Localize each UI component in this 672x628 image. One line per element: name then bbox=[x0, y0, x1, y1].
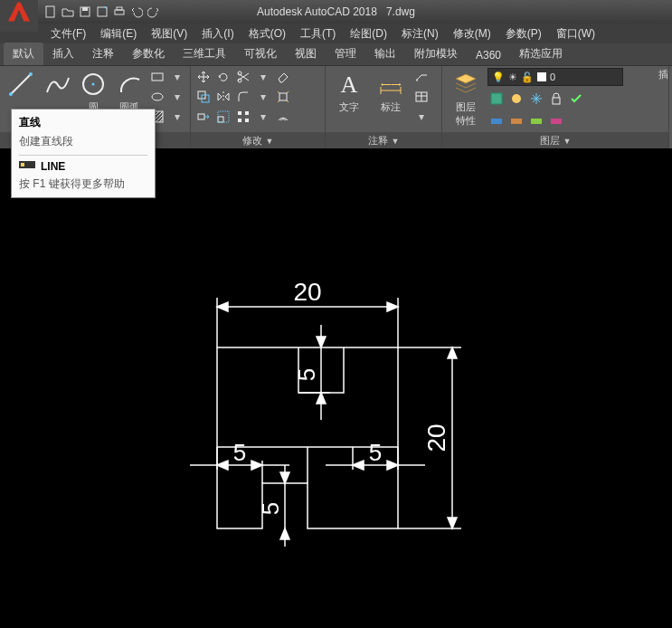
explode-icon[interactable] bbox=[274, 88, 292, 106]
circle-icon bbox=[79, 70, 108, 99]
polyline-button[interactable] bbox=[40, 68, 74, 100]
svg-rect-5 bbox=[117, 7, 122, 10]
menu-format[interactable]: 格式(O) bbox=[241, 24, 293, 44]
dropdown-icon[interactable]: ▾ bbox=[412, 108, 431, 126]
dim-bl: 5 bbox=[233, 439, 246, 466]
svg-text:⟵⟶: ⟵⟶ bbox=[381, 81, 402, 89]
sun-icon: ☀ bbox=[508, 71, 517, 83]
layer-state-icon[interactable] bbox=[487, 90, 506, 108]
menu-insert[interactable]: 插入(I) bbox=[194, 24, 241, 44]
svg-rect-40 bbox=[551, 119, 562, 124]
redo-icon[interactable] bbox=[147, 5, 161, 19]
scale-icon[interactable] bbox=[214, 108, 232, 126]
plot-icon[interactable] bbox=[112, 5, 127, 19]
polyline-icon bbox=[43, 70, 71, 99]
line-icon bbox=[6, 70, 35, 99]
svg-rect-11 bbox=[152, 73, 163, 81]
dropdown-icon[interactable]: ▾ bbox=[254, 88, 272, 106]
tab-addins[interactable]: 附加模块 bbox=[405, 43, 467, 65]
layer-props-button[interactable]: 图层 特性 bbox=[446, 68, 486, 129]
window-title: Autodesk AutoCAD 2018 7.dwg bbox=[257, 5, 415, 18]
text-button[interactable]: A 文字 bbox=[329, 68, 369, 116]
menu-view[interactable]: 视图(V) bbox=[144, 24, 194, 44]
menu-param[interactable]: 参数(P) bbox=[498, 24, 549, 44]
table-icon[interactable] bbox=[412, 88, 431, 106]
dropdown-icon[interactable]: ▾ bbox=[168, 68, 186, 86]
panel-annot-label[interactable]: 注释 ▼ bbox=[326, 132, 441, 149]
fillet-icon[interactable] bbox=[234, 88, 252, 106]
dim-button[interactable]: ⟵⟶ 标注 bbox=[371, 68, 411, 116]
tooltip-help: 按 F1 键获得更多帮助 bbox=[19, 176, 147, 192]
layer-dropdown[interactable]: 💡 ☀ 🔓 0 bbox=[487, 68, 623, 86]
erase-icon[interactable] bbox=[274, 68, 292, 86]
tab-view[interactable]: 视图 bbox=[286, 43, 326, 65]
menu-file[interactable]: 文件(F) bbox=[43, 24, 93, 44]
tab-featured[interactable]: 精选应用 bbox=[510, 43, 572, 65]
new-icon[interactable] bbox=[43, 5, 58, 19]
panel-modify-label[interactable]: 修改 ▼ bbox=[191, 132, 325, 149]
tab-annotate[interactable]: 注释 bbox=[83, 43, 123, 65]
panel-layers-label[interactable]: 图层 ▼ bbox=[442, 132, 668, 149]
tab-visualize[interactable]: 可视化 bbox=[235, 43, 286, 65]
layer-off-icon[interactable] bbox=[507, 90, 525, 108]
panel-layers: 图层 特性 💡 ☀ 🔓 0 bbox=[442, 66, 669, 149]
tab-3d[interactable]: 三维工具 bbox=[174, 43, 235, 65]
rotate-icon[interactable] bbox=[214, 68, 232, 86]
move-icon[interactable] bbox=[194, 68, 213, 86]
save-icon[interactable] bbox=[78, 5, 92, 19]
menu-window[interactable]: 窗口(W) bbox=[549, 24, 602, 44]
tooltip-title: 直线 bbox=[19, 115, 147, 130]
lock-icon: 🔓 bbox=[521, 71, 534, 83]
app-menu-button[interactable] bbox=[0, 0, 38, 32]
svg-rect-18 bbox=[279, 93, 287, 100]
offset-icon[interactable] bbox=[274, 108, 292, 126]
menu-bar: 文件(F) 编辑(E) 视图(V) 插入(I) 格式(O) 工具(T) 绘图(D… bbox=[0, 24, 672, 43]
svg-rect-34 bbox=[491, 93, 502, 104]
menu-draw[interactable]: 绘图(D) bbox=[343, 24, 394, 44]
arc-icon bbox=[115, 70, 144, 99]
copy-icon[interactable] bbox=[194, 88, 213, 106]
tab-output[interactable]: 输出 bbox=[365, 43, 405, 65]
tab-a360[interactable]: A360 bbox=[467, 45, 510, 65]
tab-insert[interactable]: 插入 bbox=[43, 43, 83, 65]
dropdown-icon[interactable]: ▾ bbox=[168, 88, 186, 106]
mirror-icon[interactable] bbox=[214, 88, 232, 106]
svg-rect-0 bbox=[46, 6, 54, 17]
tab-parametric[interactable]: 参数化 bbox=[123, 43, 174, 65]
layers-icon bbox=[451, 70, 480, 99]
layer-iso-icon[interactable] bbox=[527, 111, 545, 129]
array-icon[interactable] bbox=[234, 108, 252, 126]
trim-icon[interactable] bbox=[234, 68, 252, 86]
layer-lock-icon[interactable] bbox=[547, 90, 565, 108]
open-icon[interactable] bbox=[61, 5, 75, 19]
menu-edit[interactable]: 编辑(E) bbox=[93, 24, 144, 44]
svg-rect-38 bbox=[511, 119, 522, 124]
svg-rect-25 bbox=[245, 119, 249, 122]
leader-icon[interactable] bbox=[412, 68, 431, 86]
dropdown-icon[interactable]: ▾ bbox=[254, 68, 272, 86]
ellipse-icon[interactable] bbox=[148, 88, 166, 106]
tab-manage[interactable]: 管理 bbox=[326, 43, 365, 65]
layer-freeze-icon[interactable] bbox=[527, 90, 545, 108]
svg-rect-42 bbox=[21, 163, 24, 167]
make-current-icon[interactable] bbox=[567, 90, 585, 108]
layer-uniso-icon[interactable] bbox=[547, 111, 565, 129]
dropdown-icon[interactable]: ▾ bbox=[254, 108, 272, 126]
line-button[interactable] bbox=[4, 68, 38, 100]
stretch-icon[interactable] bbox=[194, 108, 213, 126]
dropdown-icon[interactable]: ▾ bbox=[168, 108, 186, 126]
layer-prev-icon[interactable] bbox=[507, 111, 525, 129]
svg-rect-23 bbox=[245, 111, 249, 115]
saveas-icon[interactable] bbox=[95, 5, 109, 19]
svg-rect-4 bbox=[115, 10, 124, 14]
menu-dim[interactable]: 标注(N) bbox=[394, 24, 446, 44]
menu-modify[interactable]: 修改(M) bbox=[446, 24, 498, 44]
drawing-canvas[interactable]: 20 20 5 5 bbox=[0, 148, 672, 628]
undo-icon[interactable] bbox=[129, 5, 144, 19]
menu-tools[interactable]: 工具(T) bbox=[293, 24, 343, 44]
rect-icon[interactable] bbox=[148, 68, 166, 86]
svg-line-6 bbox=[11, 74, 31, 94]
tab-default[interactable]: 默认 bbox=[4, 43, 43, 65]
dimension-icon: ⟵⟶ bbox=[376, 70, 405, 99]
layer-match-icon[interactable] bbox=[487, 111, 506, 129]
